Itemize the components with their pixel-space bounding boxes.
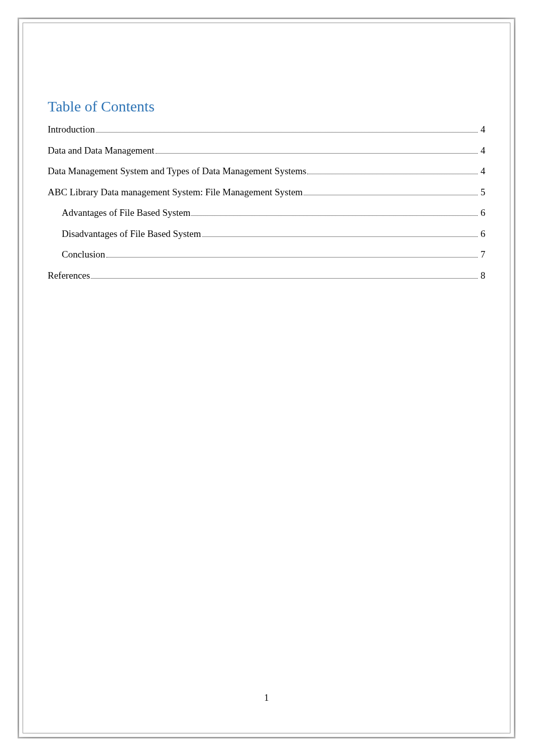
toc-entry-label: Data Management System and Types of Data…: [48, 164, 306, 179]
page-number: 1: [48, 692, 485, 703]
toc-entry-page: 4: [479, 122, 486, 137]
toc-entry-page: 4: [479, 144, 486, 158]
toc-entry: Conclusion 7: [48, 247, 485, 262]
toc-list: Introduction 4 Data and Data Management …: [48, 122, 485, 283]
toc-entry: References 8: [48, 269, 485, 283]
toc-entry: Data and Data Management 4: [48, 144, 485, 158]
page-content: Table of Contents Introduction 4 Data an…: [48, 33, 485, 723]
toc-entry-page: 4: [479, 164, 486, 179]
toc-entry-label: Advantages of File Based System: [62, 206, 190, 220]
toc-leader: [191, 215, 477, 216]
toc-leader: [304, 195, 477, 195]
toc-title: Table of Contents: [48, 98, 485, 115]
document-page: Table of Contents Introduction 4 Data an…: [0, 0, 533, 756]
toc-leader: [156, 153, 478, 154]
toc-entry-label: References: [48, 269, 90, 283]
toc-entry-label: Conclusion: [62, 247, 105, 262]
toc-entry: Data Management System and Types of Data…: [48, 164, 485, 179]
toc-leader: [307, 174, 477, 174]
toc-entry: ABC Library Data management System: File…: [48, 185, 485, 200]
toc-entry-label: ABC Library Data management System: File…: [48, 185, 303, 200]
toc-leader: [106, 257, 478, 258]
toc-entry-page: 8: [479, 269, 486, 283]
toc-entry-page: 7: [479, 247, 486, 262]
toc-entry-label: Data and Data Management: [48, 144, 155, 158]
toc-leader: [91, 278, 477, 279]
toc-entry-page: 6: [479, 227, 486, 241]
toc-entry-page: 6: [479, 206, 486, 220]
toc-leader: [202, 236, 478, 237]
toc-entry-page: 5: [479, 185, 486, 200]
toc-entry-label: Introduction: [48, 122, 95, 137]
toc-entry: Advantages of File Based System 6: [48, 206, 485, 220]
toc-entry-label: Disadvantages of File Based System: [62, 227, 201, 241]
toc-entry: Disadvantages of File Based System 6: [48, 227, 485, 241]
toc-leader: [96, 132, 478, 133]
toc-entry: Introduction 4: [48, 122, 485, 137]
